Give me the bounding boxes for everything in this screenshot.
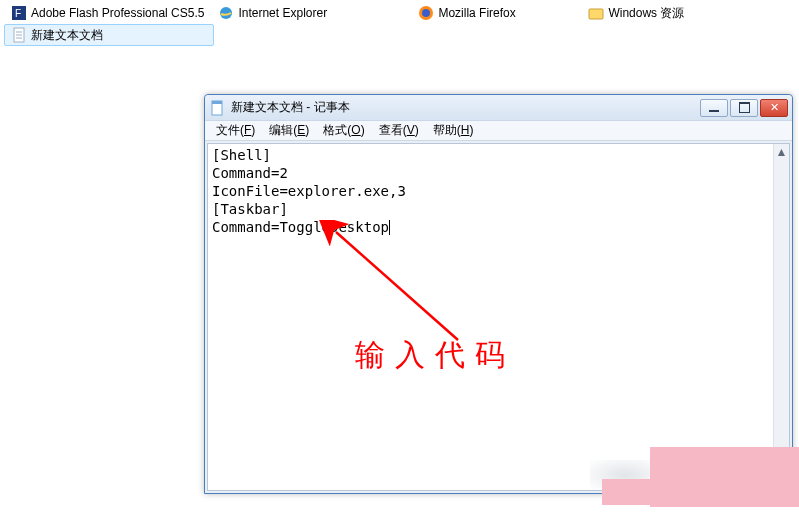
svg-point-4	[422, 9, 430, 17]
shortcut-label: Internet Explorer	[238, 6, 327, 20]
firefox-icon	[418, 5, 434, 21]
maximize-button[interactable]	[730, 99, 758, 117]
shortcut-internet-explorer[interactable]: Internet Explorer	[211, 2, 411, 24]
menu-edit[interactable]: 编辑(E)	[262, 121, 316, 140]
flash-icon: F	[11, 5, 27, 21]
desktop-shortcuts: F Adobe Flash Professional CS5.5 Interne…	[0, 0, 799, 48]
svg-text:F: F	[15, 8, 21, 19]
shortcut-label: Adobe Flash Professional CS5.5	[31, 6, 204, 20]
watermark-block-1	[650, 447, 799, 507]
titlebar[interactable]: 新建文本文档 - 记事本	[205, 95, 792, 121]
text-editor[interactable]: [Shell] Command=2 IconFile=explorer.exe,…	[208, 144, 773, 490]
svg-rect-11	[212, 101, 222, 104]
shortcut-label: 新建文本文档	[31, 27, 103, 44]
notepad-window: 新建文本文档 - 记事本 文件(F) 编辑(E) 格式(O) 查看(V) 帮助(…	[204, 94, 793, 494]
menu-view[interactable]: 查看(V)	[372, 121, 426, 140]
shortcut-adobe-flash[interactable]: F Adobe Flash Professional CS5.5	[4, 2, 211, 24]
client-area: [Shell] Command=2 IconFile=explorer.exe,…	[207, 143, 790, 491]
scroll-up-button[interactable]: ▲	[774, 144, 790, 160]
menu-help[interactable]: 帮助(H)	[426, 121, 481, 140]
svg-rect-5	[589, 9, 603, 19]
minimize-button[interactable]	[700, 99, 728, 117]
text-file-icon	[11, 27, 27, 43]
shortcut-firefox[interactable]: Mozilla Firefox	[411, 2, 581, 24]
shortcut-label: Mozilla Firefox	[438, 6, 515, 20]
menu-format[interactable]: 格式(O)	[316, 121, 371, 140]
notepad-icon	[209, 100, 225, 116]
explorer-icon	[588, 5, 604, 21]
ie-icon	[218, 5, 234, 21]
shortcut-windows-explorer[interactable]: Windows 资源	[581, 2, 691, 24]
text-caret	[389, 220, 390, 235]
shortcut-new-text-document[interactable]: 新建文本文档	[4, 24, 214, 46]
menu-bar: 文件(F) 编辑(E) 格式(O) 查看(V) 帮助(H)	[205, 121, 792, 141]
vertical-scrollbar[interactable]: ▲ ▼	[773, 144, 789, 490]
shortcut-label: Windows 资源	[608, 5, 684, 22]
window-title: 新建文本文档 - 记事本	[231, 99, 350, 116]
editor-content: [Shell] Command=2 IconFile=explorer.exe,…	[212, 147, 406, 235]
close-button[interactable]	[760, 99, 788, 117]
menu-file[interactable]: 文件(F)	[209, 121, 262, 140]
